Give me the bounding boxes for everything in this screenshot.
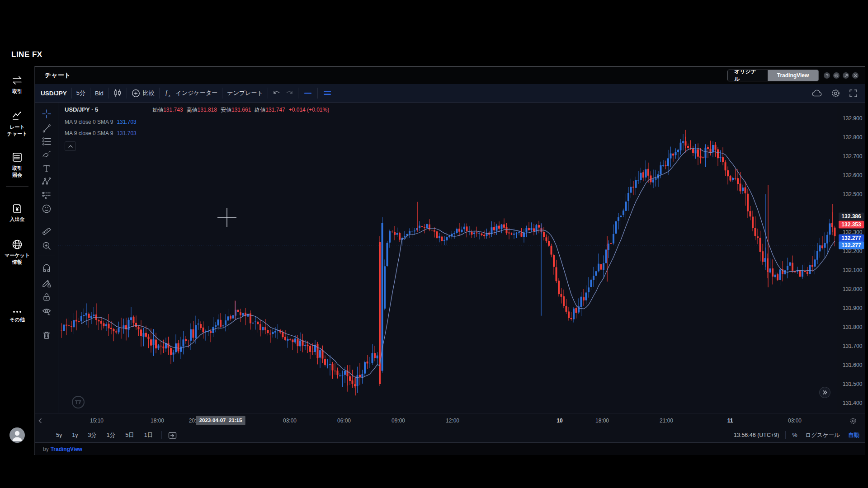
log-scale-button[interactable]: ログスケール — [806, 432, 840, 439]
symbol-button[interactable]: USD/JPY — [41, 90, 67, 97]
sidebar-item-others[interactable]: その他 — [0, 307, 34, 323]
fullscreen-icon[interactable] — [849, 89, 858, 98]
magnet-tool-button[interactable] — [41, 263, 52, 274]
panel-title: チャート — [45, 71, 71, 80]
chart-plot-area[interactable]: USD/JPY · 5 始値131.743高値131.818安値131.661終… — [58, 103, 838, 413]
parallel-lines-button[interactable] — [322, 90, 332, 96]
crosshair-time-label: 2023-04-07 21:15 — [196, 416, 245, 425]
chart-toolbar: USD/JPY 5分 Bid 比較 f x インジケーター テンプレート — [35, 84, 865, 103]
tf-1y-button[interactable]: 1y — [72, 432, 78, 438]
go-to-date-icon[interactable] — [168, 432, 177, 439]
trendline-tool-icon — [41, 123, 52, 134]
legend-ohlc: 始値131.743高値131.818安値131.661終値131.747+0.0… — [152, 106, 333, 114]
trash-tool-icon — [41, 330, 52, 341]
view-tradingview-button[interactable]: TradingView — [768, 70, 818, 81]
auto-scale-button[interactable]: 自動 — [848, 432, 859, 439]
xabcd-tool-button[interactable] — [41, 176, 52, 187]
time-scale-label: 10 — [557, 418, 562, 424]
sidebar-item-trade-inquiry[interactable]: 取引照会 — [0, 151, 34, 178]
price-scale-label: 132.600 — [843, 172, 862, 178]
brush-tool-button[interactable] — [41, 149, 52, 160]
sidebar-item-deposit[interactable]: 入出金 — [0, 202, 34, 223]
expand-button[interactable] — [843, 72, 849, 79]
price-scale-label: 131.400 — [843, 400, 862, 406]
templates-button[interactable]: テンプレート — [227, 89, 263, 97]
tf-1d-button[interactable]: 1日 — [144, 432, 153, 439]
price-label: 132.353 — [839, 221, 864, 229]
ruler-tool-button[interactable] — [41, 226, 52, 237]
price-scale-label: 131.900 — [843, 305, 862, 311]
legend-collapse-button[interactable] — [65, 141, 76, 151]
close-button[interactable] — [852, 72, 859, 79]
line-tool-button[interactable] — [303, 91, 313, 95]
undo-button[interactable] — [273, 89, 281, 97]
byline-prefix: by — [43, 446, 49, 452]
time-axis-settings-icon[interactable] — [850, 418, 857, 424]
trendline-tool-button[interactable] — [41, 123, 52, 134]
clock-label[interactable]: 13:56:46 (UTC+9) — [734, 432, 779, 438]
hide-tool-icon — [41, 306, 52, 317]
sidebar-item-rate-chart[interactable]: レートチャート — [0, 110, 34, 137]
time-scale-label: 20: — [189, 418, 197, 424]
view-original-button[interactable]: オリジナル — [728, 70, 768, 81]
text-tool-button[interactable] — [41, 163, 52, 174]
drawing-toolbar — [35, 103, 58, 413]
prediction-tool-button[interactable] — [41, 190, 52, 201]
chart-view-toggle: オリジナル TradingView — [727, 70, 819, 81]
tf-3m-button[interactable]: 3分 — [88, 432, 96, 439]
time-axis[interactable]: 15:1018:0020:03:0006:0009:0012:001018:00… — [35, 413, 865, 428]
price-label: 132.277 — [839, 242, 864, 249]
collapse-left-icon[interactable] — [38, 418, 42, 423]
fib-tool-button[interactable] — [41, 136, 52, 147]
cloud-icon[interactable] — [811, 89, 822, 97]
time-scale-label: 18:00 — [595, 418, 609, 424]
xabcd-tool-icon — [41, 176, 52, 187]
toolbar-separator — [38, 218, 55, 218]
help-button[interactable] — [824, 72, 830, 79]
list-icon — [11, 151, 24, 164]
lock-tool-button[interactable] — [41, 291, 52, 302]
tf-1m-button[interactable]: 1分 — [107, 432, 115, 439]
wallet-yen-icon — [11, 202, 24, 215]
panel-title-bar: チャート オリジナル TradingView — [35, 67, 865, 84]
crosshair-price-label: 132.386 — [839, 213, 864, 221]
indicators-button[interactable]: f x インジケーター — [164, 89, 218, 98]
redo-icon — [285, 89, 293, 97]
redo-button[interactable] — [285, 89, 293, 97]
price-type-button[interactable]: Bid — [95, 90, 104, 97]
price-label: 132.277 — [839, 235, 864, 242]
candlestick-icon — [113, 88, 122, 98]
tv-logo-icon — [75, 400, 81, 404]
time-scale-label: 12:00 — [446, 418, 459, 424]
compare-button[interactable]: 比較 — [132, 89, 155, 98]
chart-settings-gear-icon[interactable] — [831, 89, 840, 98]
time-scale-label: 11 — [727, 418, 733, 424]
sidebar-item-trade[interactable]: 取引 — [0, 74, 34, 95]
hide-tool-button[interactable] — [41, 306, 52, 317]
sidebar-item-market-info[interactable]: マーケット情報 — [0, 238, 34, 266]
chart-style-button[interactable] — [113, 88, 122, 98]
tradingview-link[interactable]: TradingView — [51, 446, 82, 452]
toolbar-separator — [38, 321, 55, 321]
magnet-tool-icon — [41, 263, 52, 274]
trash-tool-button[interactable] — [41, 330, 52, 341]
scroll-right-button[interactable] — [819, 387, 830, 398]
price-scale-label: 132.900 — [843, 115, 862, 122]
tf-5y-button[interactable]: 5y — [56, 432, 62, 438]
lock-tool-icon — [41, 291, 52, 302]
tf-5d-button[interactable]: 5日 — [125, 432, 134, 439]
drawing-lock-tool-button[interactable] — [41, 278, 52, 289]
percent-scale-button[interactable]: % — [792, 432, 797, 438]
time-scale-label: 15:10 — [90, 418, 104, 424]
interval-button[interactable]: 5分 — [76, 89, 85, 97]
chart-region: USD/JPY · 5 始値131.743高値131.818安値131.661終… — [35, 103, 865, 413]
crosshair-tool-button[interactable] — [41, 108, 52, 119]
emoji-tool-button[interactable] — [41, 203, 52, 214]
user-avatar[interactable] — [9, 427, 25, 443]
price-scale-label: 131.500 — [843, 381, 862, 387]
price-axis[interactable]: 132.900132.800132.700132.600132.500132.3… — [837, 103, 865, 413]
double-chevron-right-icon — [823, 390, 827, 394]
zoom-in-tool-button[interactable] — [41, 240, 52, 251]
app-sidebar: LINE FX 取引 レートチャート 取引照会 入出金 マーケット情報 — [0, 0, 34, 488]
settings-button[interactable] — [833, 72, 840, 79]
